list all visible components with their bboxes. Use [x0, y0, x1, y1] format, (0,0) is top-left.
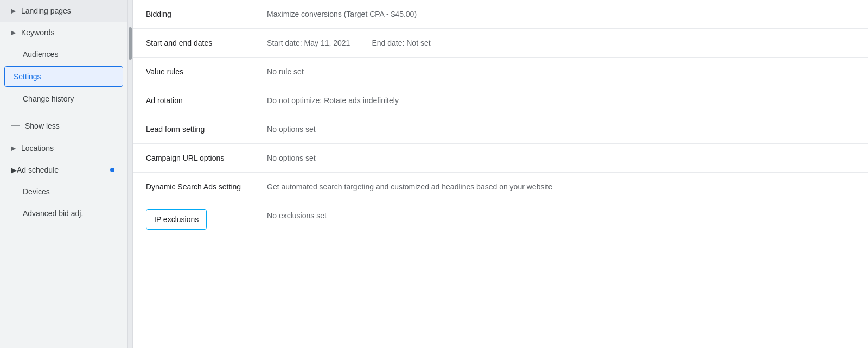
sidebar-item-keywords[interactable]: ▶ Keywords: [0, 22, 127, 43]
setting-label: Start and end dates: [133, 29, 254, 58]
table-row: Bidding Maximize conversions (Target CPA…: [133, 0, 868, 29]
sidebar-item-label: Audiences: [23, 50, 58, 59]
sidebar-item-landing-pages[interactable]: ▶ Landing pages: [0, 0, 127, 22]
table-row: Lead form setting No options set: [133, 115, 868, 144]
setting-value: Start date: May 11, 2021 End date: Not s…: [254, 29, 868, 58]
sidebar-item-audiences[interactable]: Audiences: [0, 43, 127, 65]
table-row: Start and end dates Start date: May 11, …: [133, 29, 868, 58]
table-row: Campaign URL options No options set: [133, 144, 868, 173]
table-row: IP exclusions No exclusions set: [133, 201, 868, 238]
sidebar-item-label: Ad schedule: [17, 166, 59, 174]
sidebar-item-ad-schedule[interactable]: ▶ Ad schedule: [0, 159, 127, 181]
setting-value: No rule set: [254, 58, 868, 86]
sidebar-item-label: Locations: [21, 144, 54, 153]
sidebar-item-devices[interactable]: Devices: [0, 181, 127, 203]
sidebar-item-settings[interactable]: Settings: [4, 66, 123, 87]
settings-table: Bidding Maximize conversions (Target CPA…: [133, 0, 868, 237]
table-row: Dynamic Search Ads setting Get automated…: [133, 173, 868, 201]
chevron-right-icon: ▶: [11, 29, 16, 36]
sidebar-item-label: Landing pages: [21, 7, 71, 15]
setting-value: Maximize conversions (Target CPA - $45.0…: [254, 0, 868, 29]
sidebar-divider: [0, 112, 127, 112]
setting-label: Bidding: [133, 0, 254, 29]
setting-label: Campaign URL options: [133, 144, 254, 173]
show-less-label: Show less: [25, 122, 60, 130]
main-content: Bidding Maximize conversions (Target CPA…: [132, 0, 868, 348]
sidebar-item-label: Devices: [23, 187, 50, 196]
setting-label: Lead form setting: [133, 115, 254, 144]
sidebar-item-advanced-bid-adj[interactable]: Advanced bid adj.: [0, 203, 127, 224]
notification-dot: [110, 168, 114, 172]
start-date: Start date: May 11, 2021: [267, 39, 350, 47]
setting-value: Get automated search targeting and custo…: [254, 173, 868, 201]
table-row: Ad rotation Do not optimize: Rotate ads …: [133, 86, 868, 115]
scrollbar-track[interactable]: [128, 0, 132, 348]
setting-label-cell: IP exclusions: [133, 201, 254, 238]
setting-label: Dynamic Search Ads setting: [133, 173, 254, 201]
sidebar-item-locations[interactable]: ▶ Locations: [0, 137, 127, 159]
setting-value: No exclusions set: [254, 201, 868, 238]
table-row: Value rules No rule set: [133, 58, 868, 86]
setting-value: Do not optimize: Rotate ads indefinitely: [254, 86, 868, 115]
setting-label: Ad rotation: [133, 86, 254, 115]
dash-icon: —: [11, 121, 20, 131]
scrollbar-thumb[interactable]: [129, 27, 132, 60]
show-less-button[interactable]: — Show less: [0, 115, 127, 137]
sidebar-item-change-history[interactable]: Change history: [0, 88, 127, 110]
end-date: End date: Not set: [372, 39, 430, 47]
ip-exclusions-label[interactable]: IP exclusions: [146, 209, 207, 230]
setting-label: Value rules: [133, 58, 254, 86]
sidebar: ▶ Landing pages ▶ Keywords Audiences Set…: [0, 0, 128, 348]
setting-value: No options set: [254, 144, 868, 173]
sidebar-item-label: Settings: [14, 72, 41, 81]
sidebar-item-label: Keywords: [21, 28, 54, 37]
sidebar-item-label: Change history: [23, 94, 74, 103]
chevron-right-icon: ▶: [11, 7, 16, 15]
chevron-right-icon: ▶: [11, 144, 16, 152]
sidebar-item-label: Advanced bid adj.: [23, 209, 83, 218]
chevron-right-icon: ▶: [11, 166, 17, 174]
setting-value: No options set: [254, 115, 868, 144]
